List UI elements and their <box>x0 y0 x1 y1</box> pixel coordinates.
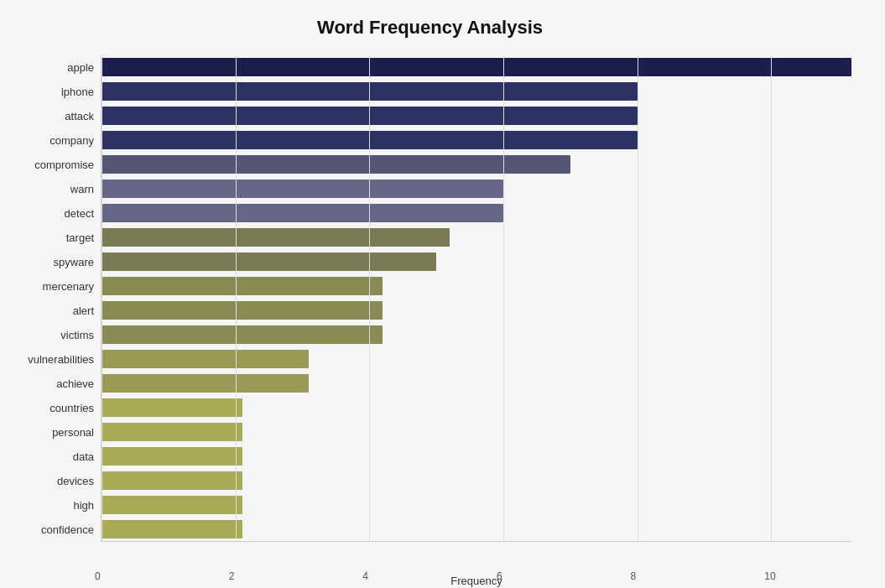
bar-row <box>102 177 851 201</box>
chart-area: appleiphoneattackcompanycompromisewarnde… <box>8 55 851 542</box>
bar <box>102 398 242 417</box>
bar-row <box>102 80 851 104</box>
y-label: attack <box>65 111 94 122</box>
bar-row <box>102 468 851 492</box>
y-label: target <box>66 232 94 243</box>
y-label: alert <box>73 305 94 316</box>
y-label: devices <box>57 476 94 487</box>
chart-title: Word Frequency Analysis <box>8 17 851 39</box>
bar-row <box>102 444 851 468</box>
bar <box>102 204 503 222</box>
bar-row <box>102 299 851 323</box>
y-label: personal <box>52 427 94 438</box>
bar-row <box>102 517 851 541</box>
bar-row <box>102 104 851 128</box>
bar <box>102 155 570 174</box>
bar <box>102 374 309 393</box>
x-tick: 10 <box>764 570 775 582</box>
bar <box>102 325 383 344</box>
bar <box>102 301 383 320</box>
bar-row <box>102 346 851 371</box>
bar <box>102 180 503 198</box>
bar-row <box>102 371 851 395</box>
bar <box>102 58 851 76</box>
bar-row <box>102 492 851 517</box>
x-tick: 4 <box>362 570 368 582</box>
bar <box>102 350 309 368</box>
y-label: data <box>73 451 94 462</box>
bar-row <box>102 419 851 444</box>
bar <box>102 131 638 149</box>
bar <box>102 107 638 125</box>
x-tick: 0 <box>95 570 101 582</box>
y-label: spyware <box>54 257 94 268</box>
bar-row <box>102 128 851 153</box>
x-axis-label: Frequency <box>450 575 502 587</box>
bar-row <box>102 274 851 299</box>
bar <box>102 496 242 514</box>
bar-row <box>102 55 851 80</box>
bar <box>102 447 242 466</box>
bar <box>102 252 436 271</box>
bar <box>102 277 383 295</box>
bar-row <box>102 250 851 274</box>
y-label: company <box>49 135 94 146</box>
y-label: apple <box>67 62 94 73</box>
bar-row <box>102 153 851 177</box>
bar-row <box>102 226 851 250</box>
x-tick: 2 <box>229 570 235 582</box>
bar <box>102 82 638 101</box>
y-label: detect <box>65 208 94 219</box>
bars-grid: 0246810 Frequency <box>101 55 851 542</box>
y-label: mercenary <box>43 281 94 292</box>
y-label: countries <box>49 403 94 414</box>
bar-row <box>102 395 851 419</box>
y-label: warn <box>70 184 94 195</box>
bar-row <box>102 201 851 226</box>
y-label: victims <box>60 330 94 341</box>
y-axis-labels: appleiphoneattackcompanycompromisewarnde… <box>8 55 101 542</box>
bar <box>102 471 242 490</box>
bar-row <box>102 322 851 346</box>
y-label: vulnerabilities <box>28 354 94 365</box>
bar <box>102 228 450 247</box>
x-tick: 8 <box>631 570 637 582</box>
y-label: iphone <box>61 86 94 97</box>
y-label: confidence <box>41 524 94 535</box>
chart-container: Word Frequency Analysis appleiphoneattac… <box>0 0 885 588</box>
bar <box>102 423 242 441</box>
bar <box>102 520 242 539</box>
y-label: high <box>73 500 94 511</box>
y-label: compromise <box>34 159 94 170</box>
y-label: achieve <box>56 378 94 389</box>
